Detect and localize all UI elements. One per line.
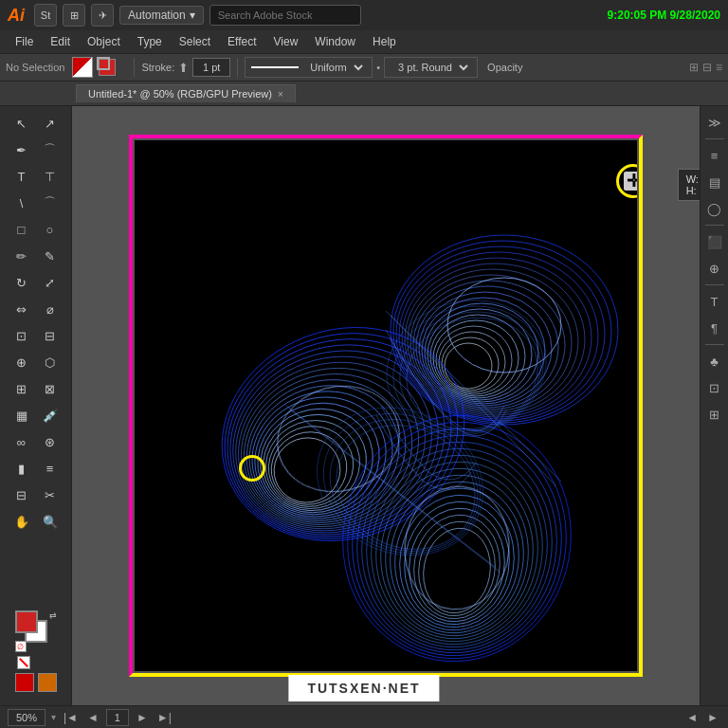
fill-color-picker[interactable] [97, 57, 127, 78]
layers-panel-icon[interactable]: ≡ [704, 145, 725, 166]
arc-tool[interactable]: ⌒ [37, 191, 64, 214]
zoom-level-input[interactable] [8, 709, 46, 726]
next-artboard-btn[interactable]: ► [135, 711, 150, 724]
reflect-tool[interactable]: ⤢ [37, 271, 64, 294]
stroke-style-dropdown[interactable]: Uniform [302, 57, 366, 78]
character-panel-icon[interactable]: T [704, 291, 725, 312]
automation-dropdown[interactable]: Automation ▾ [119, 6, 204, 25]
distribute-icon[interactable]: ⊟ [702, 61, 712, 74]
transform-panel-icon[interactable]: ⊡ [704, 377, 725, 398]
orange-swatch[interactable] [38, 673, 57, 692]
eyedropper-tool[interactable]: 💉 [37, 404, 64, 427]
menu-type[interactable]: Type [130, 33, 170, 50]
shape-builder-tool[interactable]: ⊕ [9, 351, 35, 373]
no-selection-label: No Selection [6, 62, 64, 73]
tool-row-11: ⊞ ⊠ [9, 377, 64, 400]
align-panel-icon[interactable]: ♣ [704, 351, 725, 372]
color-panel-icon[interactable]: ⬛ [704, 231, 725, 252]
width-dimension: W: 374 px [686, 173, 700, 185]
properties-panel-icon[interactable]: ▤ [704, 172, 725, 192]
curvature-tool[interactable]: ⌒ [37, 138, 64, 161]
rectangle-tool[interactable]: □ [9, 218, 35, 241]
top-bar: Ai St ⊞ ✈ Automation ▾ 9:20:05 PM 9/28/2… [0, 0, 728, 30]
align-icon[interactable]: ⊞ [689, 61, 699, 74]
paintbrush-tool[interactable]: ✏ [9, 245, 35, 267]
libraries-panel-icon[interactable]: ◯ [704, 198, 725, 219]
menu-object[interactable]: Object [80, 33, 128, 50]
menu-window[interactable]: Window [307, 33, 363, 50]
color-row[interactable] [15, 673, 57, 692]
menu-file[interactable]: File [8, 33, 41, 50]
pen-tool[interactable]: ✒ [9, 138, 35, 161]
pencil-tool[interactable]: ✎ [37, 245, 64, 267]
rotate-tool[interactable]: ↻ [9, 271, 35, 294]
mesh-tool[interactable]: ⊠ [37, 377, 64, 400]
main-area: ↖ ↗ ✒ ⌒ T ⊤ \ ⌒ □ ○ ✏ ✎ ↻ ⤢ ⇔ ⌀ [0, 106, 728, 705]
menu-help[interactable]: Help [365, 33, 404, 50]
prev-artboard-btn[interactable]: ◄ [85, 711, 100, 724]
menu-effect[interactable]: Effect [220, 33, 264, 50]
artboard-container: ✛ W: 374 px H: 350 px [91, 125, 681, 686]
free-transform-tool[interactable]: ⊡ [9, 324, 35, 347]
no-fill-icon[interactable] [17, 656, 55, 669]
width-tool[interactable]: ⇔ [9, 298, 35, 320]
more-options-icon[interactable]: ≡ [716, 61, 722, 74]
tab-bar: Untitled-1* @ 50% (RGB/GPU Preview) × [0, 82, 728, 106]
gradient-tool[interactable]: ▦ [9, 404, 35, 427]
tool-row-10: ⊕ ⬡ [9, 351, 64, 373]
zoom-dropdown-arrow[interactable]: ▾ [51, 712, 56, 722]
panel-collapse-icon[interactable]: ≫ [704, 112, 725, 133]
scroll-left-btn[interactable]: ◄ [684, 711, 700, 724]
select-tool[interactable]: ↖ [9, 112, 35, 135]
st-icon-btn[interactable]: St [34, 4, 57, 27]
menu-view[interactable]: View [266, 33, 306, 50]
canvas-area[interactable]: ✛ W: 374 px H: 350 px [72, 106, 700, 705]
hand-tool[interactable]: ✋ [9, 510, 35, 533]
foreground-background-swatches[interactable]: ⇄ ∅ [15, 610, 57, 652]
perspective-tool[interactable]: ⊞ [9, 377, 35, 400]
pathfinder-panel-icon[interactable]: ⊞ [704, 404, 725, 425]
live-paint-tool[interactable]: ⬡ [37, 351, 64, 373]
options-toolbar: No Selection Stroke: ⬆ Uniform • 3 pt. R… [0, 53, 728, 82]
bottom-bar: ▾ |◄ ◄ 1 ► ►| ◄ ► [0, 705, 728, 728]
blend-tool[interactable]: ∞ [9, 430, 35, 453]
symbol-tool[interactable]: ⊛ [37, 430, 64, 453]
column-graph-tool[interactable]: ▮ [9, 457, 35, 480]
paragraph-panel-icon[interactable]: ¶ [704, 318, 725, 338]
stroke-size-selector[interactable]: 3 pt. Round [384, 57, 478, 78]
type-tool[interactable]: T [9, 165, 35, 188]
slice-tool[interactable]: ✂ [37, 483, 64, 506]
stroke-size-dropdown[interactable]: 3 pt. Round [391, 57, 471, 78]
last-artboard-btn[interactable]: ►| [155, 711, 173, 724]
first-artboard-btn[interactable]: |◄ [62, 711, 80, 724]
swatches-panel-icon[interactable]: ⊕ [704, 258, 725, 279]
zoom-tool[interactable]: 🔍 [37, 510, 64, 533]
menu-select[interactable]: Select [172, 33, 218, 50]
artboard[interactable]: ✛ [135, 140, 637, 671]
red-swatch[interactable] [15, 673, 34, 692]
line-tool[interactable]: \ [9, 191, 35, 214]
artboard-number[interactable]: 1 [106, 709, 129, 726]
bar-graph-tool[interactable]: ≡ [37, 457, 64, 480]
tool-row-14: ▮ ≡ [9, 457, 64, 480]
send-icon-btn[interactable]: ✈ [91, 4, 114, 27]
artboard-tool[interactable]: ⊟ [9, 483, 35, 506]
tool-row-1: ↖ ↗ [9, 112, 64, 135]
tool-row-7: ↻ ⤢ [9, 271, 64, 294]
document-tab[interactable]: Untitled-1* @ 50% (RGB/GPU Preview) × [76, 84, 296, 102]
area-type-tool[interactable]: ⊤ [37, 165, 64, 188]
warp-tool[interactable]: ⌀ [37, 298, 64, 320]
adobe-stock-search[interactable] [209, 5, 361, 26]
close-tab-button[interactable]: × [278, 89, 283, 100]
menu-edit[interactable]: Edit [43, 33, 78, 50]
puppet-warp-tool[interactable]: ⊟ [37, 324, 64, 347]
stroke-style-selector[interactable]: Uniform [245, 57, 373, 78]
stroke-color-swatch[interactable] [72, 57, 93, 78]
stroke-up-arrow[interactable]: ⬆ [178, 61, 189, 75]
direct-select-tool[interactable]: ↗ [37, 112, 64, 135]
stroke-width-input[interactable] [192, 58, 230, 77]
scroll-right-btn[interactable]: ► [705, 711, 720, 724]
grid-icon-btn[interactable]: ⊞ [63, 4, 85, 27]
ellipse-tool[interactable]: ○ [37, 218, 64, 241]
tool-row-3: T ⊤ [9, 165, 64, 188]
